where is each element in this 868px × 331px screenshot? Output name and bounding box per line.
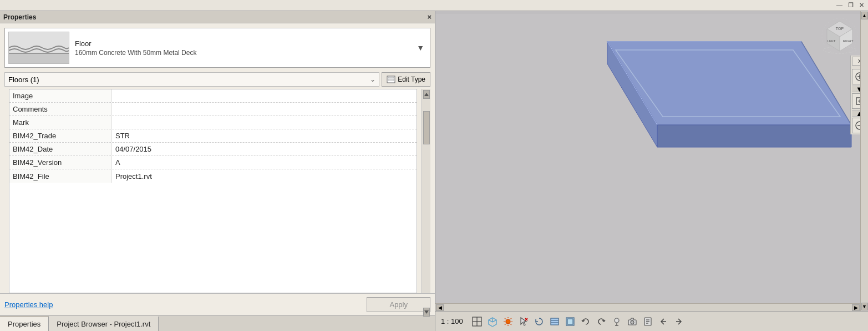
svg-point-37	[506, 319, 510, 324]
type-name: Floor	[75, 39, 409, 48]
prop-row-mark: Mark	[9, 116, 417, 129]
type-detail: 160mm Concrete With 50mm Metal Deck	[75, 49, 409, 57]
nav-cube[interactable]: TOP LEFT RIGHT	[820, 17, 859, 56]
view-scrollbar[interactable]: ▲ ▼	[860, 11, 868, 311]
toolbar-arrow-left-icon[interactable]	[657, 315, 669, 328]
prop-row-comments: Comments	[9, 103, 417, 116]
svg-text:TOP: TOP	[836, 27, 844, 31]
toolbar-refresh-icon[interactable]	[533, 315, 545, 328]
prop-label-bim42file: BIM42_File	[9, 169, 112, 183]
prop-row-image: Image	[9, 89, 417, 103]
toolbar-arrow-right-icon[interactable]	[673, 315, 685, 328]
prop-label-bim42version: BIM42_Version	[9, 156, 112, 169]
panel-close-icon[interactable]: ×	[427, 13, 432, 21]
tab-bar: Properties Project Browser - Project1.rv…	[0, 315, 435, 331]
prop-value-mark	[112, 116, 417, 129]
type-selector: Floor 160mm Concrete With 50mm Metal Dec…	[4, 28, 430, 68]
prop-value-bim42version: A	[112, 156, 417, 169]
toolbar-camera-icon[interactable]	[626, 315, 638, 328]
prop-label-mark: Mark	[9, 116, 112, 129]
prop-value-bim42file: Project1.rvt	[112, 169, 417, 183]
scroll-thumb[interactable]	[423, 111, 430, 144]
table-container: Image Comments Mark BIM42_Trade STR BIM4…	[4, 89, 430, 293]
prop-row-bim42version: BIM42_Version A	[9, 156, 417, 169]
toolbar-grid-icon[interactable]	[471, 315, 483, 328]
svg-point-57	[631, 320, 634, 324]
toolbar-sun-icon[interactable]	[502, 315, 514, 328]
close-top-icon[interactable]: ✕	[857, 2, 866, 9]
tab-project-browser-label: Project Browser - Project1.rvt	[57, 320, 150, 328]
scroll-up-arrow[interactable]	[423, 90, 430, 99]
tab-project-browser[interactable]: Project Browser - Project1.rvt	[49, 316, 159, 331]
view-panel: TOP LEFT RIGHT ✕ ▼ ▲	[435, 11, 868, 331]
svg-text:RIGHT: RIGHT	[843, 39, 854, 43]
svg-line-44	[510, 318, 511, 319]
prop-label-bim42date: BIM42_Date	[9, 143, 112, 156]
prop-value-bim42date: 04/07/2015	[112, 143, 417, 156]
view-hscrollbar[interactable]: ◀ ▶	[435, 303, 860, 311]
main-area: Properties × Floor 160mm Concrete With 5…	[0, 11, 868, 331]
nav-cube-svg: TOP LEFT RIGHT	[820, 17, 859, 56]
prop-value-bim42trade: STR	[112, 129, 417, 142]
view-hscroll-left[interactable]: ◀	[436, 304, 444, 311]
floor-thumbnail-svg	[9, 32, 69, 63]
top-bar: — ❐ ✕	[0, 0, 868, 11]
svg-line-42	[505, 318, 506, 319]
svg-line-35	[493, 320, 496, 322]
svg-rect-48	[551, 318, 559, 325]
floor-3d-svg	[435, 11, 868, 311]
svg-point-53	[615, 318, 619, 323]
floor-selector-arrow: ⌄	[370, 76, 375, 83]
view-canvas: TOP LEFT RIGHT ✕ ▼ ▲	[435, 11, 868, 311]
panel-title: Properties	[3, 13, 36, 21]
view-scroll-down[interactable]: ▼	[861, 303, 868, 310]
type-dropdown-arrow[interactable]: ▼	[414, 41, 427, 54]
edit-type-icon	[387, 76, 395, 83]
bottom-row: Properties help Apply	[0, 293, 435, 315]
prop-row-bim42file: BIM42_File Project1.rvt	[9, 169, 417, 183]
restore-icon[interactable]: ❐	[846, 2, 855, 9]
apply-button[interactable]: Apply	[367, 297, 430, 312]
toolbar-3dbox-icon[interactable]	[486, 315, 499, 328]
scrollbar[interactable]	[422, 89, 430, 293]
toolbar-book-icon[interactable]	[642, 315, 654, 328]
prop-row-bim42date: BIM42_Date 04/07/2015	[9, 143, 417, 156]
edit-type-label: Edit Type	[398, 76, 425, 83]
type-thumbnail	[8, 32, 69, 64]
properties-table: Image Comments Mark BIM42_Trade STR BIM4…	[9, 89, 417, 293]
svg-line-36	[489, 320, 493, 322]
scale-label: 1 : 100	[441, 317, 463, 325]
floor-selector-dropdown[interactable]: Floors (1) ⌄	[4, 72, 379, 87]
view-toolbar: 1 : 100	[435, 311, 868, 331]
view-hscroll-right[interactable]: ▶	[852, 304, 860, 311]
edit-type-button[interactable]: Edit Type	[382, 72, 430, 87]
prop-label-image: Image	[9, 89, 112, 102]
prop-row-bim42trade: BIM42_Trade STR	[9, 129, 417, 143]
toolbar-pin-icon[interactable]	[611, 315, 623, 328]
prop-value-image	[112, 89, 417, 102]
svg-rect-4	[388, 77, 394, 78]
window-controls: — ❐ ✕	[835, 2, 866, 9]
type-info: Floor 160mm Concrete With 50mm Metal Dec…	[75, 39, 409, 57]
svg-rect-1	[9, 53, 69, 63]
tab-properties-label: Properties	[8, 320, 40, 328]
svg-line-45	[505, 324, 506, 325]
svg-line-43	[510, 324, 511, 325]
svg-rect-5	[388, 79, 394, 81]
prop-label-comments: Comments	[9, 103, 112, 116]
tab-properties[interactable]: Properties	[0, 316, 49, 331]
svg-marker-8	[657, 125, 851, 147]
properties-help-link[interactable]: Properties help	[4, 300, 53, 309]
view-scroll-up[interactable]: ▲	[861, 12, 868, 19]
svg-text:LEFT: LEFT	[828, 39, 836, 43]
properties-panel: Properties × Floor 160mm Concrete With 5…	[0, 11, 435, 331]
prop-value-comments	[112, 103, 417, 116]
toolbar-layers1-icon[interactable]	[549, 315, 561, 328]
panel-titlebar: Properties ×	[0, 11, 435, 23]
toolbar-layers2-icon[interactable]	[564, 315, 576, 328]
minimize-icon[interactable]: —	[835, 2, 844, 9]
toolbar-cursor-x-icon[interactable]	[517, 315, 530, 328]
toolbar-redo-icon[interactable]	[595, 315, 607, 328]
prop-label-bim42trade: BIM42_Trade	[9, 129, 112, 142]
toolbar-undo-icon[interactable]	[580, 315, 592, 328]
